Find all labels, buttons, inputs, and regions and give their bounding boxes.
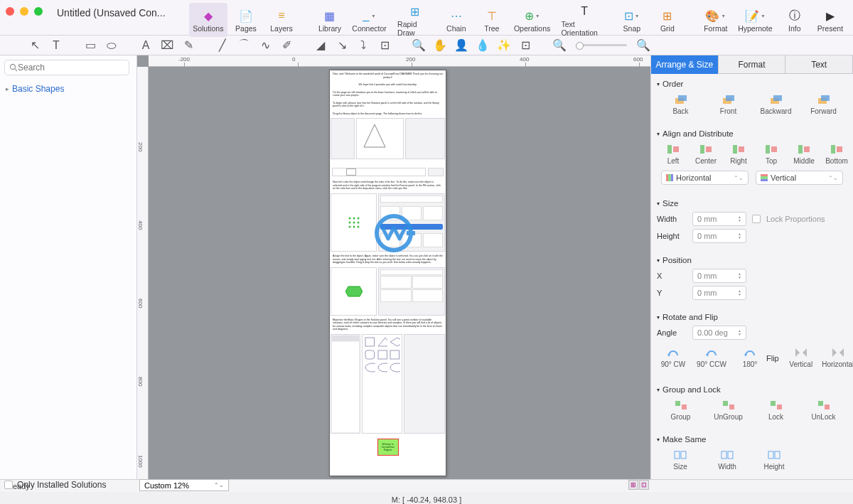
vertical-button[interactable]: Vertical (785, 347, 817, 368)
group-button[interactable]: Group (665, 400, 697, 421)
line-button[interactable]: ╱ (213, 38, 232, 53)
svg-marker-46 (744, 354, 747, 357)
width-input[interactable]: 0 mm▲▼ (692, 212, 746, 226)
section-position-header[interactable]: ▾Position (657, 253, 847, 267)
toolbar-snap-button[interactable]: ⊡▼Snap (615, 3, 649, 37)
forward-button[interactable]: Forward (808, 94, 840, 115)
operations-icon: ⊕▼ (525, 9, 540, 23)
chevron-down-icon: ▾ (657, 81, 660, 87)
right-button[interactable]: Right (722, 144, 755, 165)
toolbar-operations-button[interactable]: ⊕▼Operations (510, 3, 554, 37)
backward-button[interactable]: Backward (760, 94, 793, 115)
view-mode-1-button[interactable]: ⊞ (628, 480, 638, 490)
height-button[interactable]: Height (758, 449, 790, 471)
pointer-button[interactable]: ↖ (26, 38, 44, 53)
dropper-button[interactable]: 💧 (473, 38, 492, 53)
maximize-window-icon[interactable] (34, 7, 43, 16)
top-button[interactable]: Top (755, 144, 788, 165)
text-frame-button[interactable]: ⌧ (158, 38, 176, 53)
toolbar-format-button[interactable]: 🎨▼Format (699, 3, 733, 37)
minimize-window-icon[interactable] (20, 7, 28, 16)
svg-rect-42 (831, 145, 835, 154)
tab-format[interactable]: Format (719, 55, 786, 74)
view-mode-2-button[interactable]: ⊡ (639, 480, 649, 490)
90-ccw-button[interactable]: 90° CCW (695, 347, 728, 368)
pencil-button[interactable]: ✐ (277, 38, 296, 53)
zoom-out-button[interactable]: 🔍 (550, 38, 569, 53)
toolbar-present-button[interactable]: ▶Present (813, 3, 847, 37)
eraser-button[interactable]: ◢ (311, 38, 330, 53)
toolbar-library-button[interactable]: ▦Library (313, 3, 347, 37)
unlock-button[interactable]: UnLock (808, 400, 840, 421)
arc-button[interactable]: ⌒ (235, 38, 253, 53)
x-input[interactable]: 0 mm▲▼ (692, 269, 746, 283)
crop-button[interactable]: ⊡ (516, 38, 535, 53)
ellipse-button[interactable]: ⬭ (102, 38, 121, 53)
section-grouplock-header[interactable]: ▾Group and Lock (657, 382, 847, 397)
angle-input[interactable]: 0.00 deg▲▼ (692, 326, 746, 340)
pages-icon: 📄 (239, 9, 253, 23)
text-button[interactable]: A (136, 38, 155, 53)
toolbar-layers-button[interactable]: ≡Layers (264, 3, 299, 37)
x-label: X (657, 272, 687, 280)
left-button[interactable]: Left (657, 144, 690, 165)
toolbar-solutions-button[interactable]: ◆Solutions (189, 3, 227, 37)
y-input[interactable]: 0 mm▲▼ (692, 286, 746, 300)
toolbar-grid-button[interactable]: ⊞Grid (650, 3, 685, 37)
person-button[interactable]: 👤 (452, 38, 471, 53)
note-button[interactable]: ✎ (179, 38, 198, 53)
section-rotate-header[interactable]: ▾Rotate and Flip (657, 310, 847, 324)
lock-proportions-checkbox[interactable] (752, 215, 761, 223)
distribute-vertical-select[interactable]: Vertical⌃⌄ (756, 171, 843, 185)
lock-button[interactable]: Lock (760, 400, 793, 421)
magic-button[interactable]: ✨ (495, 38, 513, 53)
rect-button[interactable]: ▭ (81, 38, 100, 53)
zoom-select[interactable]: Custom 12%⌃⌄ (139, 479, 229, 491)
zoom-fit-button[interactable]: 🔍 (634, 38, 653, 53)
close-window-icon[interactable] (6, 7, 14, 16)
pan-button[interactable]: ✋ (431, 38, 449, 53)
width-button[interactable]: Width (711, 449, 744, 471)
ungroup-button[interactable]: UnGroup (712, 400, 745, 421)
document-page[interactable]: Dear user! Welcome to the wonderful worl… (329, 70, 446, 476)
toolbar-connector-button[interactable]: ⎯▼Connector (348, 3, 390, 37)
svg-rect-37 (739, 146, 744, 152)
height-input[interactable]: 0 mm▲▼ (692, 229, 746, 243)
180--button[interactable]: 180° (734, 347, 766, 368)
basic-shapes-item[interactable]: ▸ Basic Shapes (0, 80, 136, 98)
section-align-header[interactable]: ▾Align and Distribute (657, 127, 847, 141)
section-size-header[interactable]: ▾Size (657, 196, 847, 210)
toolbar-pages-button[interactable]: 📄Pages (229, 3, 263, 37)
toolbar-textorient-button[interactable]: TText Orientation (555, 3, 613, 37)
center-button[interactable]: Center (690, 144, 722, 165)
connector-tool2-button[interactable]: ⤵ (354, 38, 372, 53)
horizontal-button[interactable]: Horizontal (822, 347, 853, 368)
front-button[interactable]: Front (712, 94, 745, 115)
toolbar-info-button[interactable]: ⓘInfo (778, 3, 812, 37)
only-installed-checkbox[interactable] (4, 481, 13, 489)
connector-tool3-button[interactable]: ⊡ (375, 38, 394, 53)
text-box-button[interactable]: T (47, 38, 65, 53)
size-button[interactable]: Size (664, 449, 697, 471)
curve-button[interactable]: ∿ (256, 38, 274, 53)
toolbar-hypernote-button[interactable]: 📝▼Hypernote (734, 3, 776, 37)
middle-button[interactable]: Middle (788, 144, 820, 165)
90-cw-button[interactable]: 90° CW (657, 347, 690, 368)
canvas-area[interactable]: -2000200400600 2004006008001000 Dear use… (137, 55, 650, 479)
zoom-in-button[interactable]: 🔍 (409, 38, 428, 53)
section-makesame-header[interactable]: ▾Make Same (657, 432, 847, 446)
search-input[interactable] (4, 60, 129, 75)
connector-tool1-button[interactable]: ↘ (333, 38, 351, 53)
back-button[interactable]: Back (665, 94, 697, 115)
toolbar-chain-button[interactable]: ⋯Chain (439, 3, 473, 37)
search-field[interactable] (18, 63, 124, 73)
textorient-icon: T (577, 4, 591, 18)
zoom-slider[interactable] (576, 44, 627, 46)
tab-text[interactable]: Text (785, 55, 853, 74)
section-order-header[interactable]: ▾Order (657, 77, 847, 91)
distribute-horizontal-select[interactable]: Horizontal⌃⌄ (661, 171, 749, 185)
tab-arrange-size[interactable]: Arrange & Size (651, 55, 719, 74)
toolbar-tree-button[interactable]: ⊤Tree (475, 3, 509, 37)
toolbar-rapid-button[interactable]: ⊞Rapid Draw (392, 3, 438, 37)
bottom-button[interactable]: Bottom (820, 144, 853, 165)
